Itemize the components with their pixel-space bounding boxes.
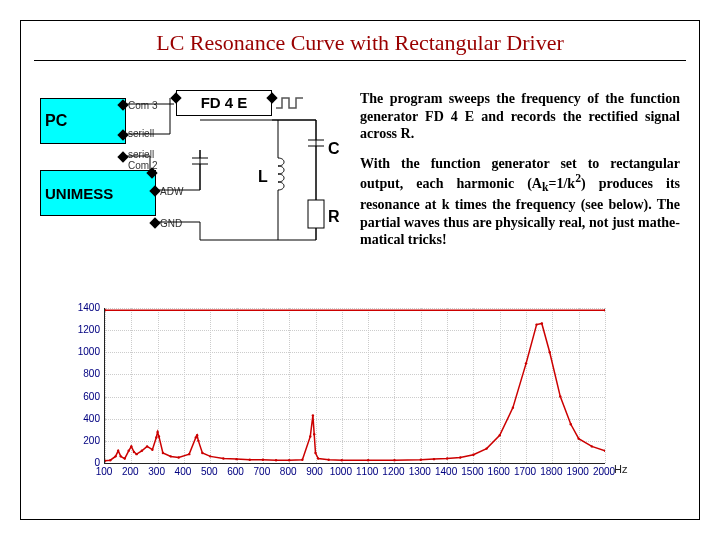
x-tick: 200 — [122, 466, 139, 477]
svg-point-20 — [188, 453, 190, 455]
y-tick: 1000 — [60, 346, 100, 357]
svg-point-41 — [393, 459, 395, 461]
x-tick: 1000 — [330, 466, 352, 477]
svg-point-30 — [275, 459, 277, 461]
svg-point-27 — [235, 458, 237, 460]
svg-point-56 — [577, 437, 579, 439]
svg-point-18 — [170, 455, 172, 457]
svg-point-15 — [156, 431, 158, 433]
x-tick: 1100 — [356, 466, 378, 477]
svg-point-8 — [130, 445, 132, 447]
x-axis-unit: Hz — [614, 463, 627, 475]
svg-point-3 — [114, 455, 116, 457]
plot-line — [105, 308, 605, 463]
paragraph-2: With the function generator set to recta… — [360, 155, 680, 249]
svg-point-13 — [151, 449, 153, 451]
svg-point-45 — [459, 456, 461, 458]
svg-point-59 — [105, 309, 106, 311]
x-tick: 1700 — [514, 466, 536, 477]
plot-area — [104, 308, 605, 464]
svg-point-38 — [327, 458, 329, 460]
svg-point-4 — [117, 450, 119, 452]
svg-point-54 — [559, 395, 561, 397]
y-tick: 400 — [60, 413, 100, 424]
x-tick: 1200 — [382, 466, 404, 477]
x-tick: 600 — [227, 466, 244, 477]
y-tick: 200 — [60, 435, 100, 446]
svg-point-50 — [525, 362, 527, 364]
x-tick: 700 — [254, 466, 271, 477]
x-tick: 1500 — [461, 466, 483, 477]
svg-point-46 — [472, 453, 474, 455]
svg-point-2 — [109, 459, 111, 461]
svg-point-48 — [499, 434, 501, 436]
x-tick: 2000 — [593, 466, 615, 477]
y-tick: 600 — [60, 391, 100, 402]
y-tick: 1200 — [60, 324, 100, 335]
svg-point-44 — [446, 457, 448, 459]
svg-point-31 — [288, 459, 290, 461]
svg-point-29 — [262, 458, 264, 460]
svg-point-21 — [195, 436, 197, 438]
svg-point-35 — [313, 433, 315, 435]
svg-point-51 — [535, 323, 537, 325]
svg-point-26 — [222, 457, 224, 459]
svg-point-40 — [367, 459, 369, 461]
svg-point-33 — [309, 435, 311, 437]
svg-point-34 — [312, 414, 314, 416]
svg-point-25 — [209, 455, 211, 457]
svg-point-55 — [570, 423, 572, 425]
x-tick: 1900 — [567, 466, 589, 477]
title-underline — [34, 60, 686, 61]
svg-point-28 — [249, 458, 251, 460]
svg-point-19 — [177, 456, 179, 458]
svg-point-32 — [301, 458, 303, 460]
svg-point-53 — [549, 351, 551, 353]
x-tick: 800 — [280, 466, 297, 477]
svg-point-16 — [158, 435, 160, 437]
x-tick: 1800 — [540, 466, 562, 477]
svg-point-5 — [120, 455, 122, 457]
x-tick: 400 — [175, 466, 192, 477]
svg-point-57 — [591, 445, 593, 447]
x-tick: 900 — [306, 466, 323, 477]
svg-point-43 — [433, 458, 435, 460]
x-tick: 300 — [148, 466, 165, 477]
body-text: The program sweeps the frequency of the … — [360, 90, 680, 261]
y-tick: 0 — [60, 457, 100, 468]
svg-point-9 — [133, 451, 135, 453]
y-tick: 800 — [60, 368, 100, 379]
svg-point-37 — [317, 457, 319, 459]
x-tick: 1600 — [488, 466, 510, 477]
wires — [40, 90, 345, 260]
x-tick: 500 — [201, 466, 218, 477]
svg-point-12 — [146, 445, 148, 447]
svg-point-14 — [155, 436, 157, 438]
svg-point-49 — [512, 406, 514, 408]
resonance-chart: 0200400600800100012001400 10020030040050… — [60, 300, 650, 490]
x-tick: 1300 — [409, 466, 431, 477]
svg-point-39 — [341, 459, 343, 461]
svg-point-23 — [197, 440, 199, 442]
svg-point-60 — [604, 309, 605, 311]
svg-point-52 — [541, 322, 543, 324]
svg-point-47 — [485, 447, 487, 449]
circuit-schematic: PC UNIMESS FD 4 E Com 3 seriell seriell … — [40, 90, 345, 260]
svg-point-24 — [201, 452, 203, 454]
svg-point-6 — [124, 457, 126, 459]
page-title: LC Resonance Curve with Rectangular Driv… — [0, 30, 720, 56]
svg-point-10 — [135, 453, 137, 455]
y-tick: 1400 — [60, 302, 100, 313]
svg-point-36 — [314, 452, 316, 454]
svg-point-7 — [127, 450, 129, 452]
x-tick: 1400 — [435, 466, 457, 477]
svg-rect-0 — [308, 200, 324, 228]
svg-point-42 — [420, 458, 422, 460]
svg-point-22 — [196, 434, 198, 436]
svg-point-11 — [141, 450, 143, 452]
x-tick: 100 — [96, 466, 113, 477]
svg-point-17 — [162, 452, 164, 454]
paragraph-1: The program sweeps the frequency of the … — [360, 90, 680, 143]
